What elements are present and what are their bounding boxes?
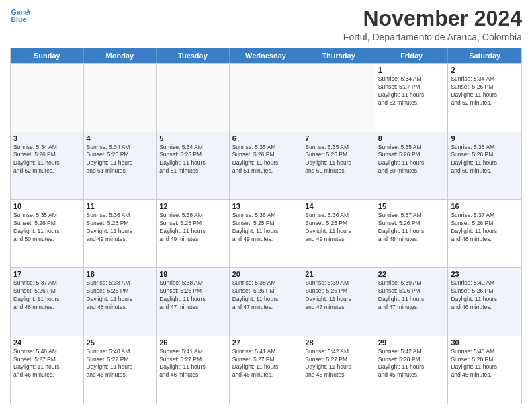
weekday-header: Friday bbox=[375, 48, 449, 63]
day-info: Sunrise: 5:36 AM Sunset: 5:25 PM Dayligh… bbox=[87, 212, 154, 244]
day-number: 5 bbox=[159, 134, 226, 142]
weekday-header: Saturday bbox=[448, 48, 521, 63]
day-info: Sunrise: 5:37 AM Sunset: 5:26 PM Dayligh… bbox=[13, 279, 81, 312]
calendar-cell: 3Sunrise: 5:34 AM Sunset: 5:26 PM Daylig… bbox=[11, 132, 84, 199]
calendar: SundayMondayTuesdayWednesdayThursdayFrid… bbox=[10, 48, 522, 404]
day-info: Sunrise: 5:34 AM Sunset: 5:26 PM Dayligh… bbox=[451, 75, 519, 107]
calendar-cell bbox=[84, 64, 157, 131]
day-number: 7 bbox=[305, 134, 372, 142]
day-number: 26 bbox=[159, 338, 226, 347]
day-info: Sunrise: 5:35 AM Sunset: 5:26 PM Dayligh… bbox=[305, 144, 372, 176]
day-info: Sunrise: 5:42 AM Sunset: 5:27 PM Dayligh… bbox=[305, 348, 372, 380]
day-info: Sunrise: 5:42 AM Sunset: 5:28 PM Dayligh… bbox=[378, 348, 445, 380]
calendar-header: SundayMondayTuesdayWednesdayThursdayFrid… bbox=[11, 48, 521, 63]
day-info: Sunrise: 5:41 AM Sunset: 5:27 PM Dayligh… bbox=[232, 348, 300, 380]
calendar-cell: 20Sunrise: 5:38 AM Sunset: 5:26 PM Dayli… bbox=[230, 268, 303, 335]
day-number: 17 bbox=[13, 270, 81, 278]
day-info: Sunrise: 5:36 AM Sunset: 5:25 PM Dayligh… bbox=[232, 212, 300, 244]
calendar-cell: 23Sunrise: 5:40 AM Sunset: 5:26 PM Dayli… bbox=[448, 268, 521, 335]
calendar-cell bbox=[302, 64, 375, 131]
day-info: Sunrise: 5:39 AM Sunset: 5:26 PM Dayligh… bbox=[305, 279, 372, 312]
day-info: Sunrise: 5:38 AM Sunset: 5:26 PM Dayligh… bbox=[87, 279, 154, 312]
day-number: 8 bbox=[378, 134, 445, 142]
day-number: 21 bbox=[305, 270, 372, 278]
day-number: 24 bbox=[13, 338, 81, 347]
calendar-cell: 29Sunrise: 5:42 AM Sunset: 5:28 PM Dayli… bbox=[375, 336, 449, 404]
calendar-cell: 26Sunrise: 5:41 AM Sunset: 5:27 PM Dayli… bbox=[157, 336, 230, 404]
calendar-cell: 13Sunrise: 5:36 AM Sunset: 5:25 PM Dayli… bbox=[230, 200, 303, 267]
svg-text:Blue: Blue bbox=[11, 16, 27, 24]
day-number: 9 bbox=[451, 134, 519, 142]
calendar-row: 1Sunrise: 5:34 AM Sunset: 5:27 PM Daylig… bbox=[11, 63, 521, 131]
calendar-cell: 17Sunrise: 5:37 AM Sunset: 5:26 PM Dayli… bbox=[11, 268, 84, 335]
day-info: Sunrise: 5:38 AM Sunset: 5:26 PM Dayligh… bbox=[232, 279, 300, 312]
calendar-row: 24Sunrise: 5:40 AM Sunset: 5:27 PM Dayli… bbox=[11, 336, 521, 404]
calendar-cell: 10Sunrise: 5:35 AM Sunset: 5:26 PM Dayli… bbox=[11, 200, 84, 267]
day-info: Sunrise: 5:40 AM Sunset: 5:26 PM Dayligh… bbox=[451, 279, 519, 312]
day-info: Sunrise: 5:34 AM Sunset: 5:26 PM Dayligh… bbox=[159, 144, 226, 176]
day-number: 11 bbox=[87, 202, 154, 210]
logo-icon: General Blue bbox=[10, 7, 32, 26]
day-number: 2 bbox=[451, 66, 519, 74]
day-number: 28 bbox=[305, 338, 372, 347]
day-number: 10 bbox=[13, 202, 81, 210]
calendar-row: 17Sunrise: 5:37 AM Sunset: 5:26 PM Dayli… bbox=[11, 267, 521, 335]
day-number: 30 bbox=[451, 338, 519, 347]
weekday-header: Tuesday bbox=[157, 48, 230, 63]
day-info: Sunrise: 5:34 AM Sunset: 5:27 PM Dayligh… bbox=[378, 75, 445, 107]
day-number: 1 bbox=[378, 66, 445, 74]
day-number: 27 bbox=[232, 338, 300, 347]
calendar-cell: 12Sunrise: 5:36 AM Sunset: 5:25 PM Dayli… bbox=[157, 200, 230, 267]
day-info: Sunrise: 5:38 AM Sunset: 5:26 PM Dayligh… bbox=[159, 279, 226, 312]
day-number: 3 bbox=[13, 134, 81, 142]
day-number: 12 bbox=[159, 202, 226, 210]
calendar-cell: 22Sunrise: 5:39 AM Sunset: 5:26 PM Dayli… bbox=[375, 268, 449, 335]
page: General Blue November 2024 Fortul, Depar… bbox=[0, 0, 532, 411]
day-info: Sunrise: 5:40 AM Sunset: 5:27 PM Dayligh… bbox=[13, 348, 81, 380]
calendar-cell: 4Sunrise: 5:34 AM Sunset: 5:26 PM Daylig… bbox=[84, 132, 157, 199]
calendar-cell: 5Sunrise: 5:34 AM Sunset: 5:26 PM Daylig… bbox=[157, 132, 230, 199]
day-number: 18 bbox=[87, 270, 154, 278]
day-info: Sunrise: 5:34 AM Sunset: 5:26 PM Dayligh… bbox=[87, 144, 154, 176]
day-info: Sunrise: 5:35 AM Sunset: 5:26 PM Dayligh… bbox=[232, 144, 300, 176]
day-info: Sunrise: 5:36 AM Sunset: 5:25 PM Dayligh… bbox=[159, 212, 226, 244]
weekday-header: Wednesday bbox=[230, 48, 303, 63]
calendar-cell: 27Sunrise: 5:41 AM Sunset: 5:27 PM Dayli… bbox=[230, 336, 303, 404]
calendar-cell: 11Sunrise: 5:36 AM Sunset: 5:25 PM Dayli… bbox=[84, 200, 157, 267]
month-title: November 2024 bbox=[343, 7, 522, 30]
day-number: 19 bbox=[159, 270, 226, 278]
day-number: 15 bbox=[378, 202, 445, 210]
day-number: 22 bbox=[378, 270, 445, 278]
calendar-row: 3Sunrise: 5:34 AM Sunset: 5:26 PM Daylig… bbox=[11, 132, 521, 199]
day-info: Sunrise: 5:36 AM Sunset: 5:25 PM Dayligh… bbox=[305, 212, 372, 244]
calendar-cell bbox=[11, 64, 84, 131]
calendar-cell: 7Sunrise: 5:35 AM Sunset: 5:26 PM Daylig… bbox=[302, 132, 375, 199]
calendar-cell: 14Sunrise: 5:36 AM Sunset: 5:25 PM Dayli… bbox=[302, 200, 375, 267]
calendar-cell: 6Sunrise: 5:35 AM Sunset: 5:26 PM Daylig… bbox=[230, 132, 303, 199]
calendar-cell: 2Sunrise: 5:34 AM Sunset: 5:26 PM Daylig… bbox=[448, 64, 521, 131]
calendar-cell: 25Sunrise: 5:40 AM Sunset: 5:27 PM Dayli… bbox=[84, 336, 157, 404]
day-number: 20 bbox=[232, 270, 300, 278]
day-info: Sunrise: 5:35 AM Sunset: 5:26 PM Dayligh… bbox=[13, 212, 81, 244]
day-number: 29 bbox=[378, 338, 445, 347]
day-info: Sunrise: 5:39 AM Sunset: 5:26 PM Dayligh… bbox=[378, 279, 445, 312]
day-info: Sunrise: 5:40 AM Sunset: 5:27 PM Dayligh… bbox=[87, 348, 154, 380]
day-info: Sunrise: 5:35 AM Sunset: 5:26 PM Dayligh… bbox=[378, 144, 445, 176]
day-info: Sunrise: 5:41 AM Sunset: 5:27 PM Dayligh… bbox=[159, 348, 226, 380]
day-info: Sunrise: 5:43 AM Sunset: 5:28 PM Dayligh… bbox=[451, 348, 519, 380]
day-info: Sunrise: 5:37 AM Sunset: 5:26 PM Dayligh… bbox=[451, 212, 519, 244]
calendar-cell: 8Sunrise: 5:35 AM Sunset: 5:26 PM Daylig… bbox=[375, 132, 449, 199]
day-number: 4 bbox=[87, 134, 154, 142]
calendar-cell: 18Sunrise: 5:38 AM Sunset: 5:26 PM Dayli… bbox=[84, 268, 157, 335]
calendar-body: 1Sunrise: 5:34 AM Sunset: 5:27 PM Daylig… bbox=[11, 63, 521, 404]
day-number: 16 bbox=[451, 202, 519, 210]
calendar-cell bbox=[157, 64, 230, 131]
header: General Blue November 2024 Fortul, Depar… bbox=[10, 7, 522, 42]
calendar-cell: 1Sunrise: 5:34 AM Sunset: 5:27 PM Daylig… bbox=[375, 64, 449, 131]
weekday-header: Sunday bbox=[11, 48, 84, 63]
calendar-cell: 15Sunrise: 5:37 AM Sunset: 5:26 PM Dayli… bbox=[375, 200, 449, 267]
weekday-header: Thursday bbox=[302, 48, 375, 63]
day-number: 13 bbox=[232, 202, 300, 210]
calendar-cell: 16Sunrise: 5:37 AM Sunset: 5:26 PM Dayli… bbox=[448, 200, 521, 267]
calendar-row: 10Sunrise: 5:35 AM Sunset: 5:26 PM Dayli… bbox=[11, 199, 521, 267]
